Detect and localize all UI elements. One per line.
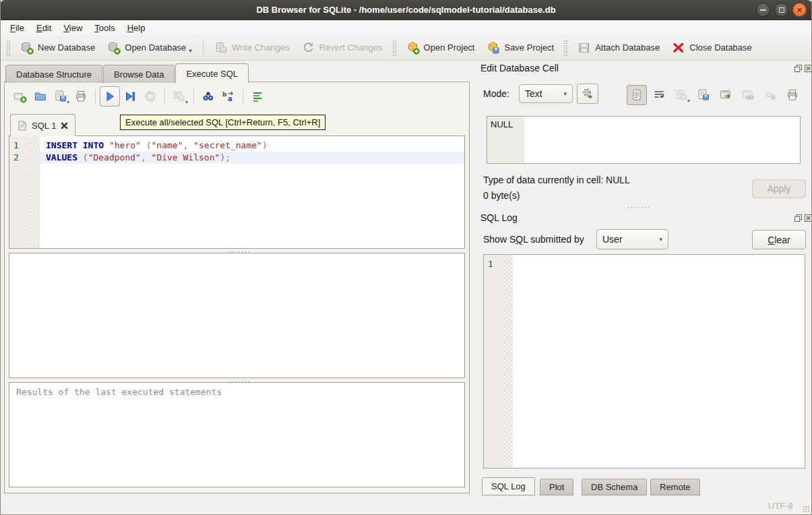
tab-browse-data[interactable]: Browse Data [103, 65, 175, 83]
toolbar-button-label: Close Database [689, 42, 752, 53]
log-line-numbers: 1 [484, 255, 504, 468]
find-button[interactable] [198, 86, 218, 107]
set-null-button[interactable] [760, 85, 780, 105]
execute-tooltip: Execute all/selected SQL [Ctrl+Return, F… [120, 115, 325, 130]
execute-all-button[interactable] [100, 86, 120, 107]
save-sql-file-button[interactable]: ▾ [51, 86, 71, 107]
resize-grip[interactable] [803, 506, 809, 512]
write-changes-icon [214, 41, 228, 55]
print-cell-button[interactable] [782, 85, 803, 105]
code-line: VALUES ("Deadpond", "Dive Wilson"); [40, 152, 464, 164]
new-database-button[interactable]: New Database [14, 38, 101, 58]
open-sql-file-button[interactable] [30, 86, 51, 107]
toolbar-drag-handle[interactable] [392, 40, 397, 56]
execute-current-line-button[interactable] [120, 86, 140, 107]
cell-editor[interactable]: NULL [487, 116, 801, 164]
results-message-area[interactable]: Results of the last executed statements [9, 382, 465, 487]
dropdown-caret-icon[interactable]: ▾ [189, 47, 192, 55]
maximize-button[interactable] [774, 3, 788, 17]
float-dock-button[interactable] [794, 64, 802, 72]
dock-splitter[interactable] [627, 206, 651, 209]
print-icon [786, 88, 799, 102]
sql-log-area[interactable]: 1 [483, 254, 805, 468]
dock-tab-db-schema[interactable]: DB Schema [582, 479, 647, 495]
code-token: VALUES [46, 152, 77, 162]
tab-database-structure[interactable]: Database Structure [5, 65, 102, 83]
menu-item-tools[interactable]: Tools [88, 22, 121, 34]
attach-database-button[interactable]: Attach Database [571, 38, 666, 58]
text-mode-button[interactable] [627, 85, 647, 105]
apply-button[interactable]: Apply [752, 179, 806, 198]
set-null-icon [763, 88, 777, 102]
log-filter-value: User [602, 234, 623, 245]
gear-import-icon [581, 87, 594, 100]
open-external-icon [719, 88, 732, 102]
menu-item-help[interactable]: Help [121, 22, 152, 34]
editor-fold-margin [31, 136, 40, 248]
tab-new-icon [13, 90, 27, 103]
open-project-button[interactable]: Open Project [400, 38, 481, 58]
find-replace-button[interactable]: ba [218, 86, 239, 107]
sql-editor[interactable]: 12 INSERT INTO "hero" ("name", "secret_n… [9, 135, 465, 249]
code-token: "Dive Wilson" [152, 152, 220, 162]
copy-link-button[interactable] [738, 85, 758, 105]
code-token: INSERT INTO [46, 140, 104, 150]
auto-switch-mode-button[interactable] [577, 84, 598, 104]
toolbar-separator [164, 89, 165, 104]
tab-execute-sql[interactable]: Execute SQL [175, 63, 249, 83]
write-changes-button[interactable]: Write Changes [208, 38, 296, 58]
revert-changes-icon [302, 41, 315, 55]
editor-line-numbers: 12 [9, 136, 31, 248]
sql-document-tab[interactable]: SQL 1 [10, 114, 75, 136]
clear-log-button[interactable]: Clear [752, 230, 806, 249]
format-sql-button[interactable] [247, 86, 268, 107]
float-dock-button[interactable] [794, 214, 802, 222]
open-in-external-button[interactable] [716, 85, 736, 105]
code-token: "Deadpond" [88, 152, 141, 162]
dropdown-caret-icon[interactable]: ▾ [185, 99, 188, 105]
mode-combobox[interactable]: Text ▾ [519, 84, 573, 103]
dropdown-caret-icon[interactable]: ▾ [67, 99, 69, 105]
close-button[interactable]: × [792, 3, 807, 17]
open-database-button[interactable]: Open Database▾ [101, 38, 198, 58]
cell-editor-margin: NULL [487, 117, 524, 163]
cell-size-text: 0 byte(s) [483, 190, 520, 201]
revert-changes-button[interactable]: Revert Changes [296, 38, 389, 58]
toolbar-drag-handle[interactable] [6, 40, 11, 56]
close-sql-tab-button[interactable] [61, 122, 68, 129]
toolbar-drag-handle[interactable] [563, 40, 568, 56]
export-save-icon [697, 88, 710, 102]
menu-item-view[interactable]: View [57, 22, 88, 34]
stop-execution-button[interactable] [140, 86, 160, 107]
save-project-button[interactable]: Save Project [480, 38, 560, 58]
new-sql-tab-button[interactable] [10, 86, 30, 107]
dock-tab-remote[interactable]: Remote [650, 479, 700, 495]
text-doc-icon [630, 88, 644, 102]
toolbar-button-label: Open Database [125, 42, 186, 53]
toolbar-separator [243, 89, 243, 104]
code-token [77, 152, 83, 162]
menu-item-edit[interactable]: Edit [30, 22, 57, 34]
replace-icon: ba [222, 90, 235, 103]
import-data-button[interactable]: ▾ [671, 85, 691, 105]
word-wrap-button[interactable] [649, 85, 669, 105]
toolbar-button-label: Write Changes [232, 42, 290, 53]
close-database-button[interactable]: Close Database [666, 38, 758, 58]
minimize-button[interactable] [756, 3, 770, 17]
close-dock-button[interactable] [804, 214, 812, 222]
execute-line-icon [123, 90, 137, 103]
save-results-button[interactable]: ▾ [169, 86, 189, 107]
sql-file-icon [18, 121, 27, 131]
toolbar-button-label: New Database [38, 42, 95, 53]
dock-tab-sql-log[interactable]: SQL Log [482, 477, 535, 495]
dropdown-caret-icon[interactable]: ▾ [687, 98, 690, 104]
export-data-button[interactable] [693, 85, 714, 105]
maximize-icon [779, 7, 784, 13]
dock-tab-plot[interactable]: Plot [540, 479, 573, 495]
print-sql-button[interactable] [71, 86, 91, 107]
toolbar-separator [193, 89, 194, 104]
menu-item-file[interactable]: File [4, 22, 30, 34]
title-bar: DB Browser for SQLite - /home/user/code/… [0, 0, 812, 20]
log-filter-combobox[interactable]: User ▾ [596, 229, 668, 249]
close-dock-button[interactable] [804, 64, 812, 72]
